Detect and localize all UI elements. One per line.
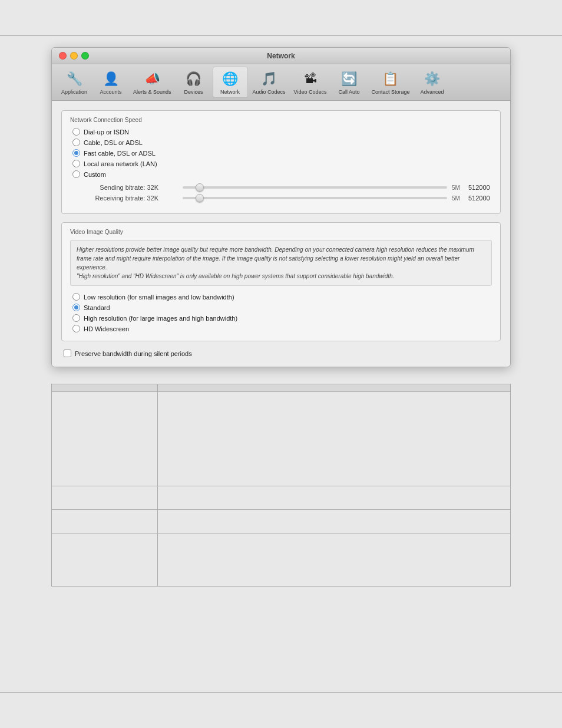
radio-circle-high-res [72,314,80,322]
toolbar-label-contact-storage: Contact Storage [371,89,409,95]
sending-bitrate-value: 512000 [468,184,492,191]
receiving-bitrate-value: 512000 [468,195,492,202]
toolbar-label-network: Network [220,89,240,95]
network-icon: 🌐 [221,70,240,88]
radio-label-dialup: Dial-up or ISDN [84,129,129,136]
radio-standard[interactable]: Standard [72,304,492,311]
radio-circle-low-res [72,293,80,301]
preserve-bandwidth-checkbox[interactable] [64,350,71,357]
sending-bitrate-label: Sending bitrate: 32K [82,184,158,191]
video-quality-label: Video Image Quality [70,229,492,235]
network-connection-label: Network Connection Speed [70,117,492,123]
radio-label-lan: Local area network (LAN) [84,160,157,167]
page-bottom-line [0,692,562,693]
page-top-line [0,35,562,36]
radio-circle-custom [72,170,80,178]
devices-icon: 🎧 [184,70,203,88]
toolbar-item-accounts[interactable]: 👤 Accounts [93,67,128,97]
radio-cable-dsl[interactable]: Cable, DSL or ADSL [72,139,492,146]
table-header-row [52,384,511,392]
radio-circle-dialup [72,128,80,136]
radio-dialup[interactable]: Dial-up or ISDN [72,128,492,136]
toolbar-label-video-codecs: Video Codecs [294,89,327,95]
toolbar-item-devices[interactable]: 🎧 Devices [176,67,211,97]
video-quality-section: Video Image Quality Higher resolutions p… [61,222,501,341]
table-cell-row1-col2 [157,392,510,486]
window-body: Network Connection Speed Dial-up or ISDN… [52,101,510,367]
radio-label-standard: Standard [84,304,110,311]
radio-low-res[interactable]: Low resolution (for small images and low… [72,293,492,301]
network-connection-section: Network Connection Speed Dial-up or ISDN… [61,110,501,214]
table-cell-row3-col2 [157,510,510,533]
table-cell-row3-col1 [52,510,158,533]
receiving-bitrate-slider[interactable] [183,197,447,199]
page-content: Network 🔧 Application 👤 Accounts 📣 Alert… [0,0,562,634]
doc-table [51,384,511,587]
toolbar-label-accounts: Accounts [100,89,121,95]
slider-section: Sending bitrate: 32K 5M 512000 Receiving… [82,184,492,202]
toolbar-item-call-auto[interactable]: 🔄 Call Auto [331,67,366,97]
toolbar-label-call-auto: Call Auto [338,89,359,95]
accounts-icon: 👤 [101,70,120,88]
radio-label-high-res: High resolution (for large images and hi… [84,315,237,322]
window: Network 🔧 Application 👤 Accounts 📣 Alert… [51,47,511,367]
sending-bitrate-row: Sending bitrate: 32K 5M 512000 [82,184,492,191]
receiving-slider-thumb[interactable] [196,194,204,202]
call-auto-icon: 🔄 [339,70,358,88]
radio-label-fast-cable: Fast cable, DSL or ADSL [84,150,156,157]
table-row [52,392,511,486]
radio-circle-standard [72,304,80,311]
table-cell-row4-col1 [52,533,158,587]
toolbar-label-application: Application [61,89,87,95]
traffic-lights [59,52,89,60]
minimize-button[interactable] [70,52,78,60]
sending-slider-thumb[interactable] [196,183,204,192]
table-cell-row2-col1 [52,486,158,510]
sending-max-label: 5M [452,185,464,191]
application-icon: 🔧 [65,70,84,88]
radio-circle-hd-widescreen [72,325,80,332]
radio-circle-cable-dsl [72,139,80,146]
toolbar: 🔧 Application 👤 Accounts 📣 Alerts & Soun… [52,64,510,101]
contact-storage-icon: 📋 [381,70,400,88]
toolbar-item-audio-codecs[interactable]: 🎵 Audio Codecs [249,67,289,97]
radio-label-cable-dsl: Cable, DSL or ADSL [84,139,143,146]
radio-hd-widescreen[interactable]: HD Widescreen [72,325,492,332]
toolbar-item-alerts-sounds[interactable]: 📣 Alerts & Sounds [130,67,175,97]
advanced-icon: ⚙️ [423,70,442,88]
toolbar-item-contact-storage[interactable]: 📋 Contact Storage [368,67,413,97]
toolbar-item-advanced[interactable]: ⚙️ Advanced [415,67,450,97]
toolbar-label-advanced: Advanced [421,89,444,95]
title-bar: Network [52,48,510,64]
table-row [52,486,511,510]
radio-custom[interactable]: Custom [72,170,492,178]
close-button[interactable] [59,52,67,60]
table-cell-row4-col2 [157,533,510,587]
table-row [52,533,511,587]
toolbar-label-audio-codecs: Audio Codecs [253,89,286,95]
radio-fast-cable[interactable]: Fast cable, DSL or ADSL [72,149,492,157]
table-header-col2 [157,384,510,392]
receiving-max-label: 5M [452,195,464,202]
connection-speed-radio-group: Dial-up or ISDN Cable, DSL or ADSL Fast … [72,128,492,178]
radio-label-hd-widescreen: HD Widescreen [84,325,129,332]
radio-high-res[interactable]: High resolution (for large images and hi… [72,314,492,322]
toolbar-label-alerts-sounds: Alerts & Sounds [133,89,171,95]
toolbar-item-application[interactable]: 🔧 Application [57,67,92,97]
table-row [52,510,511,533]
video-quality-radio-group: Low resolution (for small images and low… [72,293,492,332]
preserve-bandwidth-row[interactable]: Preserve bandwidth during silent periods [64,350,501,357]
receiving-bitrate-label: Receiving bitrate: 32K [82,195,158,202]
preserve-bandwidth-label: Preserve bandwidth during silent periods [75,350,192,357]
table-header-col1 [52,384,158,392]
toolbar-label-devices: Devices [184,89,203,95]
sending-bitrate-slider[interactable] [183,186,447,189]
toolbar-item-network[interactable]: 🌐 Network [213,67,248,98]
radio-label-custom: Custom [84,171,106,178]
toolbar-item-video-codecs[interactable]: 📽 Video Codecs [290,67,330,97]
alerts-sounds-icon: 📣 [143,70,161,88]
radio-label-low-res: Low resolution (for small images and low… [84,294,234,301]
window-title: Network [267,52,295,60]
radio-lan[interactable]: Local area network (LAN) [72,160,492,167]
zoom-button[interactable] [81,52,89,60]
